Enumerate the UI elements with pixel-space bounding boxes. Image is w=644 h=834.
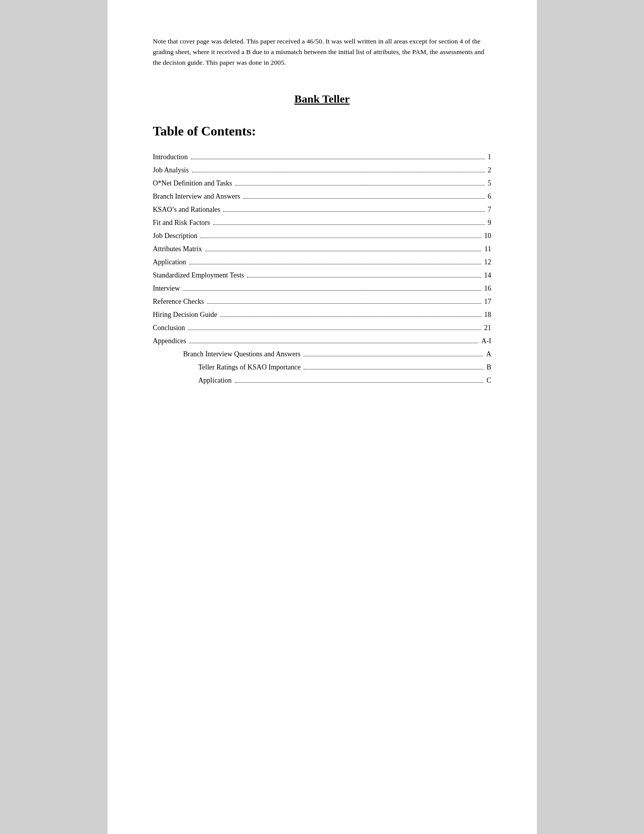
toc-dots [247,277,481,277]
toc-label: Teller Ratings of KSAO Importance [199,363,302,372]
toc-dots [192,172,485,172]
toc-item: Job Description10 [153,232,491,240]
toc-label: Hiring Decision Guide [153,311,219,319]
toc-page: 5 [487,179,491,188]
toc-item: KSAO’s and Rationales7 [153,206,491,214]
toc-page: 2 [487,166,491,174]
toc-item: Introduction1 [153,153,491,161]
toc-label: Application [199,377,233,385]
toc-dots [220,316,481,317]
toc-dots [243,198,485,199]
toc-label: Interview [153,285,181,293]
toc-item: AppendicesA-I [153,337,491,345]
note-paragraph: Note that cover page was deleted. This p… [153,36,491,68]
toc-page: 9 [487,219,491,227]
toc-dots [201,238,481,238]
toc-label: O*Net Definition and Tasks [153,179,233,188]
toc-item: Application12 [153,258,491,266]
toc-page: 7 [487,206,491,214]
toc-label: Branch Interview Questions and Answers [183,350,302,358]
toc-page: 17 [483,298,491,306]
toc-label: Appendices [153,337,187,345]
toc-list: Introduction1Job Analysis2O*Net Definiti… [153,153,491,385]
toc-dots [223,211,484,212]
toc-label: Branch Interview and Answers [153,193,241,201]
toc-item: Standardized Employment Tests14 [153,271,491,280]
toc-item: Reference Checks17 [153,298,491,306]
toc-dots [235,382,484,383]
toc-page: 14 [483,271,491,280]
toc-dots [213,224,485,225]
toc-label: Standardized Employment Tests [153,271,245,280]
toc-label: Application [153,258,187,266]
toc-item: Hiring Decision Guide18 [153,311,491,319]
toc-page: A [485,350,491,358]
toc-dots [183,290,481,291]
toc-label: KSAO’s and Rationales [153,206,222,214]
toc-label: Attributes Matrix [153,245,204,253]
toc-dots [189,343,478,343]
toc-page: 16 [483,285,491,293]
toc-label: Job Analysis [153,166,190,174]
toc-item: Teller Ratings of KSAO ImportanceB [153,363,491,372]
toc-page: 12 [483,258,491,266]
toc-page: A-I [480,337,491,345]
toc-item: ApplicationC [153,377,491,385]
toc-item: O*Net Definition and Tasks5 [153,179,491,188]
toc-item: Branch Interview and Answers6 [153,193,491,201]
toc-page: 11 [483,245,491,253]
toc-dots [304,356,483,356]
toc-dots [304,369,483,369]
toc-page: 10 [483,232,491,240]
toc-item: Branch Interview Questions and AnswersA [153,350,491,358]
toc-item: Conclusion21 [153,324,491,332]
toc-dots [189,264,481,264]
toc-page: C [485,377,491,385]
toc-item: Job Analysis2 [153,166,491,174]
toc-label: Introduction [153,153,189,161]
toc-item: Attributes Matrix11 [153,245,491,253]
toc-dots [235,185,485,186]
toc-item: Fit and Risk Factors9 [153,219,491,227]
toc-page: 1 [487,153,491,161]
toc-item: Interview16 [153,285,491,293]
toc-page: 18 [483,311,491,319]
toc-page: 6 [487,193,491,201]
toc-heading: Table of Contents: [153,124,491,139]
toc-label: Fit and Risk Factors [153,219,211,227]
toc-dots [205,251,481,251]
toc-page: B [485,363,491,372]
toc-label: Conclusion [153,324,186,332]
document-title: Bank Teller [153,92,491,106]
toc-dots [191,159,485,159]
toc-dots [207,303,481,304]
toc-dots [188,330,481,330]
toc-page: 21 [483,324,491,332]
toc-label: Job Description [153,232,199,240]
document-page: Note that cover page was deleted. This p… [108,0,537,834]
toc-label: Reference Checks [153,298,205,306]
